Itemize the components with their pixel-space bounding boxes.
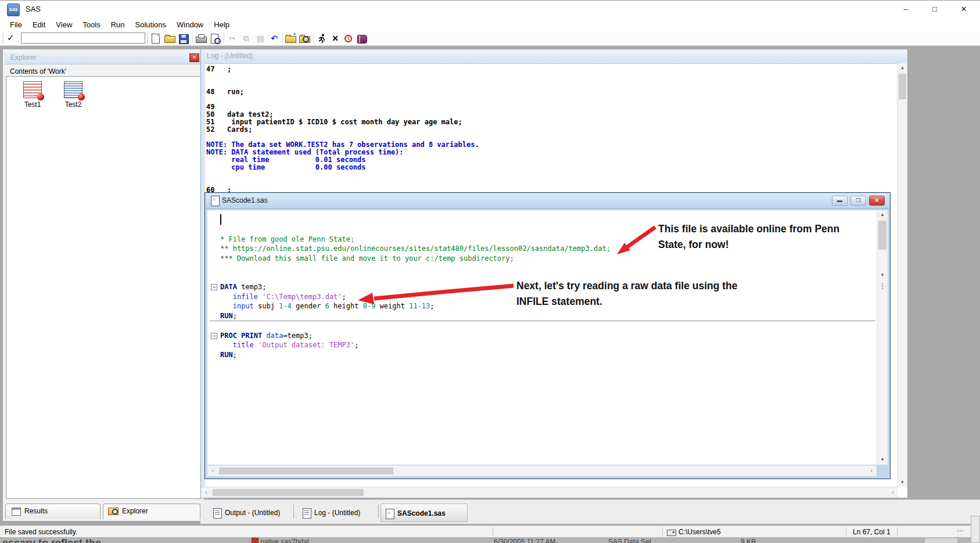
menu-help[interactable]: Help [209, 19, 235, 30]
sas-file-icon [252, 538, 259, 543]
scroll-left-icon[interactable]: ‹ [201, 487, 211, 498]
scroll-down-icon[interactable]: ▼ [898, 478, 907, 487]
print-preview-icon[interactable] [209, 33, 221, 45]
menu-run[interactable]: Run [106, 19, 130, 30]
tab-sascode[interactable]: SAScode1.sas [380, 504, 468, 522]
sas-program-icon [386, 509, 394, 519]
dataset-test2[interactable]: Test2 [55, 81, 91, 109]
background-filetype: SAS Data Set [608, 538, 651, 543]
tab-results[interactable]: Results [5, 504, 100, 519]
new-library-icon[interactable] [284, 33, 297, 45]
clear-all-icon[interactable]: ✕ [329, 33, 342, 45]
drive-icon [667, 530, 676, 536]
tab-explorer[interactable]: Explorer [103, 504, 200, 519]
sas-program-icon [211, 196, 220, 206]
explorer-icon[interactable] [298, 33, 311, 45]
dataset-test1[interactable]: Test1 [15, 81, 51, 109]
scroll-right-icon[interactable]: › [888, 487, 898, 498]
scroll-right-icon[interactable]: › [866, 466, 877, 476]
scrollbar-thumb[interactable] [213, 489, 364, 496]
titlebar: sas SAS – □ ✕ [0, 0, 980, 17]
results-icon [12, 508, 21, 516]
scrollbar-thumb[interactable] [899, 74, 906, 99]
maximize-button[interactable]: □ [921, 1, 948, 18]
scroll-left-icon[interactable]: ‹ [207, 466, 218, 476]
tab-output[interactable]: Output - (Untitled) [209, 504, 293, 522]
background-date: 6/30/2005 11:27 AM [494, 538, 556, 543]
menu-edit[interactable]: Edit [27, 19, 51, 30]
annotation-penn-state: This file is available online from Penn … [658, 221, 873, 253]
split-chevron-icon[interactable]: ▼ [877, 271, 888, 280]
toolbar: ✓ ✂ ⧉ ▤ ↶ ✕ ! [0, 31, 980, 46]
menu-file[interactable]: File [5, 19, 27, 30]
save-icon[interactable] [177, 33, 190, 45]
command-check-icon[interactable]: ✓ [7, 33, 15, 43]
break-icon[interactable]: ! [342, 33, 355, 45]
contents-of-work-label: Contents of 'Work' [10, 67, 66, 75]
menu-tools[interactable]: Tools [77, 19, 105, 30]
dataset-table-icon [23, 81, 42, 98]
annotation-infile: Next, let's try reading a raw data file … [516, 278, 778, 310]
editor-restore-button[interactable]: ❐ [850, 196, 866, 206]
menubar: File Edit View Tools Run Solutions Windo… [0, 17, 980, 31]
sas-logo-icon: sas [7, 3, 20, 16]
editor-titlebar[interactable]: SAScode1.sas ▬ ❐ ✕ [206, 193, 889, 209]
scroll-up-icon[interactable]: ▲ [877, 210, 888, 220]
editor-minimize-button[interactable]: ▬ [832, 196, 848, 206]
scrollbar-thumb[interactable] [219, 468, 393, 474]
dataset-label: Test1 [15, 100, 51, 109]
red-ball-badge [37, 94, 44, 100]
tab-results-label: Results [24, 507, 48, 515]
explorer-contents-box[interactable]: Test1 Test2 [6, 76, 201, 499]
background-window-strip: essary to reflect the native.sas7bdat 6/… [0, 537, 980, 543]
close-button[interactable]: ✕ [950, 1, 977, 18]
explorer-panel: Explorer ✕ Contents of 'Work' Test1 Test… [2, 49, 204, 522]
scroll-up-icon[interactable]: ▲ [898, 63, 907, 73]
explorer-panel-titlebar[interactable]: Explorer ✕ [5, 51, 202, 64]
submit-runner-icon[interactable] [315, 33, 328, 45]
command-input[interactable] [21, 33, 145, 44]
dataset-label: Test2 [55, 100, 91, 109]
app-title: SAS [26, 5, 41, 13]
background-filename: native.sas7bdat [260, 538, 309, 543]
resize-grip[interactable] [962, 530, 963, 531]
status-message: File saved successfully. [5, 528, 77, 536]
undo-icon[interactable]: ↶ [268, 33, 281, 45]
background-scrollbar [971, 516, 980, 543]
background-filesize: 9 KB [741, 538, 756, 543]
log-page-icon [303, 508, 311, 519]
log-horizontal-scrollbar[interactable]: ‹ › [201, 487, 898, 498]
minimize-button[interactable]: – [892, 1, 919, 18]
scroll-down-icon[interactable]: ▼ [877, 455, 888, 465]
toolbar-grab-handle [2, 33, 3, 44]
editor-horizontal-scrollbar[interactable]: ‹ › [207, 465, 877, 476]
splitter-grip-icon[interactable] [882, 283, 883, 285]
output-page-icon [213, 508, 222, 519]
log-window-title: Log - (Untitled) [207, 52, 253, 60]
tab-explorer-label: Explorer [122, 507, 148, 515]
status-bar: File saved successfully. C:\Users\tve5 L… [0, 525, 980, 538]
window-bar: Output - (Untitled) Log - (Untitled) SAS… [200, 499, 980, 524]
status-path: C:\Users\tve5 [679, 528, 721, 536]
menu-view[interactable]: View [51, 19, 77, 30]
cursor-position: Ln 67, Col 1 [853, 528, 891, 536]
log-vertical-scrollbar[interactable]: ▲ ▼ [897, 63, 907, 487]
menu-solutions[interactable]: Solutions [130, 19, 171, 30]
paste-icon[interactable]: ▤ [254, 33, 267, 45]
log-window-titlebar[interactable]: Log - (Untitled) [201, 49, 907, 64]
editor-close-button[interactable]: ✕ [869, 196, 885, 206]
explorer-panel-title: Explorer [10, 53, 37, 62]
print-icon[interactable] [195, 33, 207, 45]
help-book-icon[interactable] [356, 33, 368, 45]
new-document-icon[interactable] [149, 33, 162, 45]
cut-icon[interactable]: ✂ [226, 33, 239, 45]
open-folder-icon[interactable] [163, 33, 176, 45]
copy-icon[interactable]: ⧉ [240, 33, 253, 45]
tab-log[interactable]: Log - (Untitled) [298, 504, 378, 522]
explorer-close-icon[interactable]: ✕ [189, 53, 199, 62]
toolbar-grab-handle-2 [147, 33, 148, 44]
menu-window[interactable]: Window [171, 19, 209, 30]
scrollbar-thumb[interactable] [878, 221, 886, 250]
editor-title: SAScode1.sas [222, 196, 268, 204]
editor-vertical-scrollbar[interactable]: ▲ ▼ ▼ [877, 210, 888, 465]
